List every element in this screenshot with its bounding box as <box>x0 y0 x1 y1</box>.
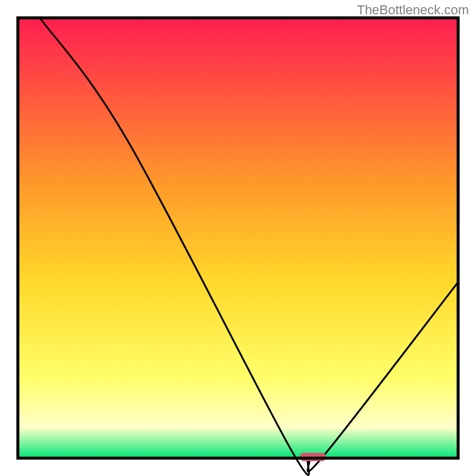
chart-svg <box>0 0 476 476</box>
watermark-text: TheBottleneck.com <box>357 2 469 18</box>
gradient-background <box>18 18 458 458</box>
bottleneck-chart: TheBottleneck.com <box>0 0 476 476</box>
